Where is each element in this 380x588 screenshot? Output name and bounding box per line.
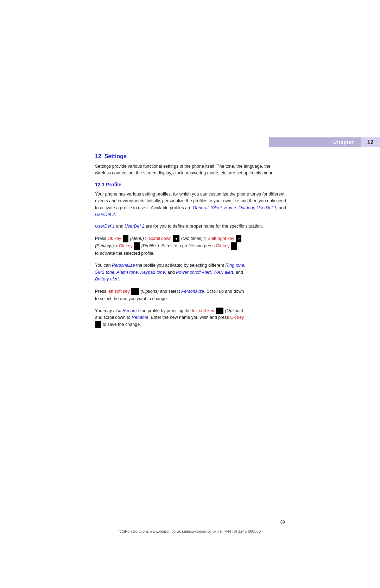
section-121-para3: You can Personalize the profile you acti… [95,262,287,283]
para2-end: are for you to define a proper name for … [144,224,263,229]
okkey-4-icon [95,321,101,328]
okkey-1-icon [123,235,128,242]
personalize-link-2: Personalize [181,289,204,294]
section-12-intro: Settings provide various functional sett… [95,163,287,177]
shiftright-label: Shift right key [208,236,234,241]
battery-alert-link: Battery alert [95,277,119,281]
options-paren-1: (Options) [141,289,159,294]
section-12-title: 12. Settings [95,153,287,160]
press-instruction-2: Press left soft key (Options) and select… [95,288,287,303]
leftsoftkey-1-icon [131,288,139,295]
leftsoftkey-2-label: left soft key [192,308,214,313]
okkey-3-icon [231,242,237,250]
scrolldown-label: Scroll down [149,236,172,241]
menu-label: (Menu) [130,236,144,241]
section-121-para2: UserDef 1 and UserDef 2 are for you to d… [95,223,287,230]
personalize-link-1: Personalize [112,263,135,268]
okkey-3-label: Ok key [216,243,230,248]
settings-paren: (Settings) [95,243,114,248]
profiles-list: General, Silent, Home, Outdoor, UserDef … [193,205,278,210]
section-121-para1: Your phone has various setting profiles,… [95,191,287,218]
section-121-title: 12.1 Profile [95,182,287,187]
profiles-paren: (Profiles) [141,243,159,248]
okkey-2-label: Ok key [119,243,133,248]
main-content: 12. Settings Settings provide various fu… [95,153,287,333]
userdef2-link: UserDef 2 [95,212,115,217]
rename-link-2: Rename [132,315,148,320]
chapter-bar: Chapter 12 [260,137,380,147]
section-121-para4: You may also Rename the profile by press… [95,308,287,328]
chapter-bar-background: Chapter [269,137,361,147]
leftsoftkey-2-icon [216,308,223,314]
leftsoftkey-1-label: left soft key [107,289,129,294]
para1-and: and [278,205,286,210]
footer: VoIPon Solutions www.voipon.co.uk sales@… [0,529,380,533]
userdef2-link2: UserDef 2 [125,224,144,229]
sms-tone-link: SMS tone, Alarm tone, Keypad tone, [95,270,166,275]
shiftright-icon: > [236,235,241,242]
rename-link-1: Rename [122,308,139,313]
okkey-4-label: Ok key [230,315,244,320]
options-paren-2: (Options) [225,308,243,313]
page-container: Chapter 12 12. Settings Settings provide… [0,0,380,588]
userdef1-link: UserDef 1 [95,224,115,229]
page-number: 89 [280,520,285,525]
para1-end: . [115,212,116,217]
chapter-number: 12 [367,139,374,146]
press-instruction-1: Press Ok key (Menu) > Scroll down ▼ (two… [95,235,287,258]
chapter-label: Chapter [327,140,361,145]
chapter-number-box: 12 [361,137,380,147]
power-alert-link: Power on/off Alert, WAN alert, [176,270,234,275]
okkey-2-icon [134,242,140,250]
scroll-down-icon: ▼ [173,235,179,242]
okkey-1-label: Ok key [107,236,121,241]
ringtone-link: Ring tone, [225,263,245,268]
para2-and: and [115,224,125,229]
